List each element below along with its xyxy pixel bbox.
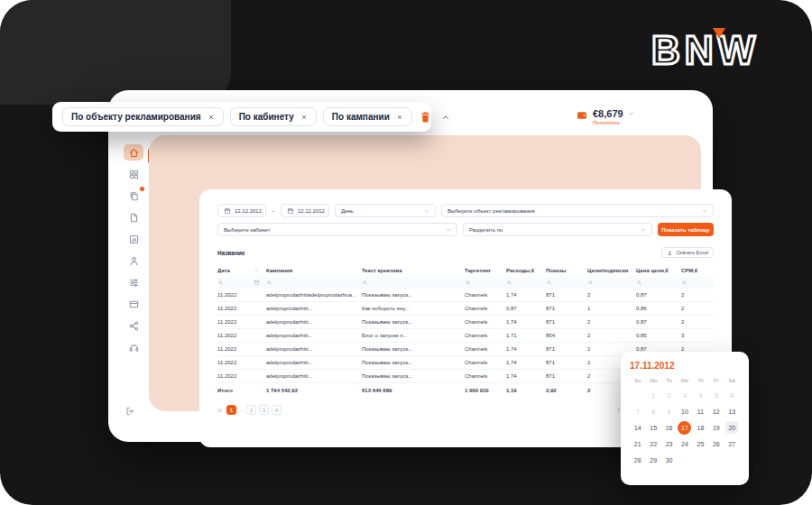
top-up-link[interactable]: Пополнить: [593, 120, 623, 125]
calendar-day[interactable]: 14: [630, 419, 645, 436]
calendar-day[interactable]: 11: [693, 403, 708, 419]
weekday-label: Su: [630, 378, 645, 387]
calendar-day[interactable]: 15: [645, 419, 660, 436]
cell-value: Блог о запуске п...: [362, 333, 465, 338]
calendar-day[interactable]: 20: [724, 419, 740, 436]
cell-value: 1,71: [506, 333, 546, 338]
filter-chip[interactable]: По объекту рекламирования: [62, 107, 224, 126]
table-row: 11.2022adelproprodazhitt...Блог о запуск…: [217, 329, 714, 343]
calendar-day[interactable]: 3: [677, 387, 692, 403]
page-button[interactable]: 3: [259, 405, 269, 415]
sidebar-item-support[interactable]: [124, 339, 143, 355]
sidebar-item-copy[interactable]: [124, 188, 143, 204]
sort-icon[interactable]: [254, 267, 266, 273]
logout-button[interactable]: [125, 406, 139, 420]
sidebar-item-sliders[interactable]: [124, 274, 143, 290]
section-title: Название: [217, 250, 245, 256]
column-header[interactable]: CPM,€: [681, 268, 714, 273]
calendar-day[interactable]: 30: [661, 452, 677, 468]
remove-icon[interactable]: [300, 114, 308, 121]
search-icon[interactable]: [362, 280, 465, 286]
column-header[interactable]: Цена цели,€: [636, 268, 681, 273]
calendar-day[interactable]: 28: [630, 452, 645, 468]
calendar-day[interactable]: 26: [708, 436, 724, 452]
filter-chip[interactable]: По кампании: [323, 107, 412, 126]
search-icon[interactable]: [217, 280, 254, 286]
column-header[interactable]: Текст креатива: [362, 268, 465, 273]
cabinet-placeholder: Выберите кабинет: [224, 227, 270, 233]
page-button[interactable]: 2: [246, 405, 256, 415]
cell-date: 11.2022: [217, 292, 254, 298]
split-by-select[interactable]: Разделить по: [463, 223, 652, 236]
balance-widget[interactable]: €8,679 Пополнить: [576, 108, 635, 125]
column-header[interactable]: Таргетинг: [465, 268, 506, 273]
cell-value: 1 900 910: [465, 388, 506, 393]
cabinet-select[interactable]: Выберите кабинет: [217, 223, 457, 236]
sidebar-item-user[interactable]: [124, 252, 143, 269]
calendar-day[interactable]: 9: [661, 403, 677, 419]
search-icon[interactable]: [636, 280, 681, 286]
cell-date: 11.2022: [217, 306, 254, 311]
chevron-up-icon[interactable]: [441, 113, 450, 122]
search-icon[interactable]: [681, 280, 714, 286]
cell-value: Channels: [465, 346, 506, 352]
calendar-day[interactable]: 1: [645, 387, 660, 403]
calendar-day[interactable]: 16: [661, 419, 677, 436]
cell-value: Показываю запуск...: [362, 360, 465, 365]
search-icon[interactable]: [465, 280, 506, 286]
calendar-day[interactable]: 7: [630, 403, 645, 419]
search-icon[interactable]: [587, 280, 636, 286]
column-header[interactable]: Цели/подписки: [587, 268, 636, 273]
calendar-day[interactable]: 29: [645, 452, 660, 468]
page-button[interactable]: 1: [226, 405, 236, 415]
calendar-day[interactable]: 6: [724, 387, 740, 403]
column-header[interactable]: Кампания: [266, 268, 362, 273]
remove-icon[interactable]: [208, 114, 215, 121]
calendar-day[interactable]: 2: [661, 387, 677, 403]
calendar-day[interactable]: 19: [708, 419, 724, 436]
remove-icon[interactable]: [396, 114, 403, 121]
column-header[interactable]: Показы: [546, 268, 587, 273]
calendar-day[interactable]: 21: [630, 436, 645, 452]
calendar-day[interactable]: 25: [693, 436, 708, 452]
calendar-day[interactable]: 10: [677, 403, 692, 419]
calendar-day[interactable]: 5: [708, 387, 724, 403]
sidebar-item-document[interactable]: [124, 209, 143, 225]
cell-date: 11.2022: [217, 373, 254, 379]
sidebar-item-home[interactable]: [124, 144, 143, 161]
trash-icon[interactable]: [419, 110, 432, 124]
search-icon[interactable]: [506, 280, 546, 286]
sidebar-item-dashboard[interactable]: [124, 166, 143, 182]
sidebar-item-share[interactable]: [124, 317, 143, 334]
calendar-day[interactable]: 17: [677, 419, 692, 436]
date-from-input[interactable]: 12.12.2012: [217, 204, 266, 217]
calendar-day[interactable]: 4: [693, 387, 708, 403]
sidebar-item-chart[interactable]: [124, 231, 143, 247]
page-button[interactable]: 4: [272, 405, 281, 415]
filter-chip[interactable]: По кабинету: [230, 107, 317, 126]
date-to-input[interactable]: 12.12.2012: [281, 204, 329, 217]
sidebar-item-card[interactable]: [124, 296, 143, 312]
show-table-button[interactable]: Показать таблицу: [658, 223, 714, 236]
ad-object-select[interactable]: Выберите объект рекламирования: [441, 204, 714, 217]
calendar-day[interactable]: 23: [661, 436, 677, 452]
logo-triangle-icon: [713, 28, 725, 39]
calendar-day[interactable]: 18: [693, 419, 708, 436]
chevron-down-icon[interactable]: [628, 108, 635, 117]
calendar-day[interactable]: 22: [645, 436, 660, 452]
calendar-icon[interactable]: [254, 280, 266, 286]
calendar-day[interactable]: 12: [708, 403, 724, 419]
download-excel-button[interactable]: Скачать Excel: [661, 247, 714, 258]
search-icon[interactable]: [266, 280, 362, 286]
period-select[interactable]: День: [335, 204, 436, 217]
cell-value: 2: [681, 306, 714, 311]
calendar-day[interactable]: 13: [724, 403, 740, 419]
calendar-day[interactable]: 24: [677, 436, 692, 452]
column-header[interactable]: Расходы,€: [506, 268, 546, 273]
column-header[interactable]: Дата: [217, 268, 254, 273]
notification-badge: [139, 186, 145, 192]
prev-page-button[interactable]: «: [217, 406, 222, 415]
calendar-day[interactable]: 8: [645, 403, 660, 419]
calendar-day[interactable]: 27: [724, 436, 740, 452]
search-icon[interactable]: [546, 280, 587, 286]
